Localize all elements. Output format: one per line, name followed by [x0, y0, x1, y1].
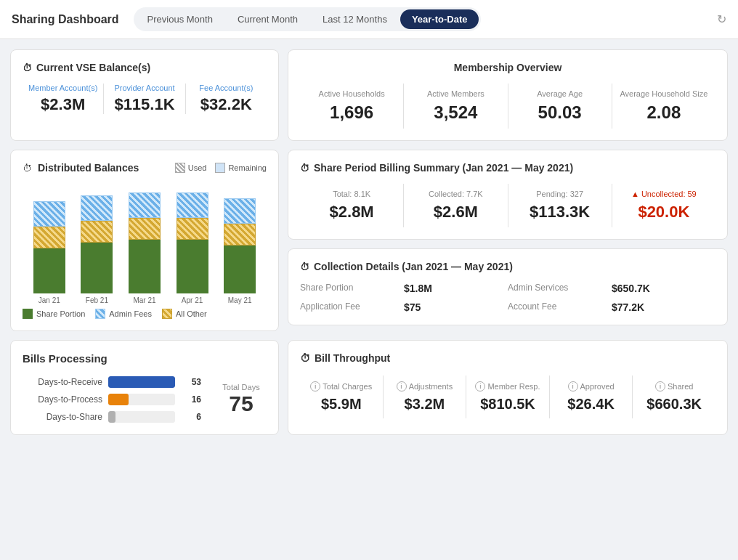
billing-title: ⏱ Share Period Billing Summary (Jan 2021… — [300, 162, 715, 174]
refresh-icon[interactable]: ↻ — [717, 12, 726, 26]
throughput-total-value: $5.9M — [303, 396, 380, 413]
bar-may21: May 21 — [222, 177, 257, 304]
bar-jan21-label: Jan 21 — [38, 296, 60, 304]
throughput-adj-value: $3.2M — [386, 396, 463, 413]
billing-collected-value: $2.6M — [404, 203, 507, 222]
bar-feb21-stack — [81, 177, 113, 293]
collection-card: ⏱ Collection Details (Jan 2021 — May 202… — [288, 248, 728, 325]
billing-pending-value: $113.3K — [508, 203, 612, 222]
bar-jan21-green — [33, 248, 65, 293]
tab-last-12[interactable]: Last 12 Months — [311, 9, 399, 29]
billing-uncollected-value: $20.0K — [612, 203, 715, 222]
vse-member-value: $2.3M — [23, 95, 103, 114]
membership-households: Active Households 1,696 — [300, 84, 404, 129]
throughput-approved-value: $26.4K — [553, 396, 630, 413]
billing-collected: Collected: 7.7K $2.6M — [404, 184, 508, 227]
membership-household-size-value: 2.08 — [612, 102, 715, 123]
bar-mar21: Mar 21 — [127, 177, 162, 304]
billing-pending-label: Pending: 327 — [508, 190, 612, 198]
bar-mar21-green — [129, 240, 161, 293]
col-share-value: $1.8M — [404, 283, 508, 294]
throughput-title: ⏱ Bill Throughput — [300, 352, 715, 364]
throughput-member-label: i Member Resp. — [469, 381, 546, 391]
bills-row-process: Days-to-Process 16 — [23, 394, 201, 405]
bar-apr21: Apr 21 — [175, 177, 210, 304]
bills-row-receive: Days-to-Receive 53 — [23, 376, 201, 388]
membership-card: Membership Overview Active Households 1,… — [288, 49, 728, 141]
legend-share-swatch — [23, 309, 33, 319]
col-account-value: $77.2K — [612, 301, 715, 313]
throughput-shared-value: $660.3K — [636, 396, 713, 413]
bills-process-bar-fill — [108, 394, 129, 405]
vse-fee-account: Fee Account(s) $32.2K — [186, 84, 267, 114]
bills-share-label: Days-to-Share — [23, 412, 102, 422]
vse-provider-value: $115.1K — [104, 95, 184, 114]
bills-process-bar-bg — [108, 394, 175, 405]
membership-members-label: Active Members — [404, 89, 507, 98]
bar-may21-green — [224, 245, 256, 293]
throughput-clock-icon: ⏱ — [300, 352, 310, 364]
bills-title: Bills Processing — [23, 352, 267, 365]
billing-grid: Total: 8.1K $2.8M Collected: 7.7K $2.6M … — [300, 184, 715, 227]
col-admin-value: $650.7K — [612, 283, 715, 294]
membership-avg-age-label: Average Age — [508, 89, 612, 98]
membership-members: Active Members 3,524 — [404, 84, 508, 129]
page-title: Sharing Dashboard — [12, 13, 119, 26]
membership-avg-age: Average Age 50.03 — [508, 84, 612, 129]
membership-households-label: Active Households — [300, 89, 403, 98]
throughput-shared-info-icon: i — [655, 381, 665, 391]
bar-jan21-gold — [33, 227, 65, 248]
membership-household-size: Average Household Size 2.08 — [612, 84, 715, 129]
bills-receive-value: 53 — [181, 377, 201, 387]
chart-legend-other: All Other — [162, 309, 207, 319]
throughput-adjustments: i Adjustments $3.2M — [384, 376, 467, 418]
throughput-total-label: i Total Charges — [303, 381, 380, 391]
throughput-shared-label: i Shared — [636, 381, 713, 391]
vse-fee-label: Fee Account(s) — [186, 84, 267, 92]
billing-total-label: Total: 8.1K — [300, 190, 403, 198]
throughput-adj-info-icon: i — [397, 381, 407, 391]
vse-balances-card: ⏱ Current VSE Balance(s) Member Account(… — [10, 49, 279, 141]
chart-legend: Share Portion Admin Fees All Other — [23, 309, 267, 319]
vse-fee-value: $32.2K — [186, 95, 267, 114]
billing-uncollected-label: ▲ Uncollected: 59 — [612, 190, 715, 198]
billing-total: Total: 8.1K $2.8M — [300, 184, 404, 227]
bar-feb21-gold — [81, 221, 113, 243]
vse-balances-grid: Member Account(s) $2.3M Provider Account… — [23, 84, 267, 114]
bar-mar21-blue — [129, 192, 161, 218]
bills-processing-card: Bills Processing Days-to-Receive 53 Days… — [10, 340, 279, 435]
tab-prev-month[interactable]: Previous Month — [136, 9, 224, 29]
bar-may21-label: May 21 — [228, 296, 252, 304]
dashboard: ⏱ Current VSE Balance(s) Member Account(… — [0, 39, 738, 445]
tab-ytd[interactable]: Year-to-Date — [400, 9, 479, 29]
bills-share-bar-fill — [108, 411, 115, 423]
throughput-shared: i Shared $660.3K — [633, 376, 715, 418]
bills-total-block: Total Days 75 — [216, 383, 267, 416]
chart-legend-share: Share Portion — [23, 309, 85, 319]
membership-title: Membership Overview — [300, 62, 715, 73]
bar-may21-gold — [224, 224, 256, 245]
dist-clock-icon: ⏱ — [23, 163, 32, 174]
legend-used: Used — [175, 163, 207, 173]
membership-grid: Active Households 1,696 Active Members 3… — [300, 84, 715, 129]
tab-curr-month[interactable]: Current Month — [226, 9, 309, 29]
bills-share-value: 6 — [181, 412, 201, 422]
bar-feb21-green — [81, 243, 113, 293]
billing-card: ⏱ Share Period Billing Summary (Jan 2021… — [288, 150, 728, 240]
bar-jan21: Jan 21 — [32, 177, 67, 304]
bar-feb21: Feb 21 — [79, 177, 114, 304]
billing-collected-label: Collected: 7.7K — [404, 190, 507, 198]
bills-receive-bar-fill — [108, 376, 175, 388]
throughput-member-value: $810.5K — [469, 396, 546, 413]
bar-mar21-label: Mar 21 — [133, 296, 155, 304]
bar-apr21-stack — [177, 177, 208, 293]
distributed-card: ⏱ Distributed Balances Used Remaining — [10, 150, 279, 331]
col-app-value: $75 — [404, 301, 508, 313]
throughput-card: ⏱ Bill Throughput i Total Charges $5.9M … — [288, 340, 728, 435]
col-share-label: Share Portion — [300, 283, 404, 294]
dist-legend: Used Remaining — [175, 163, 267, 173]
throughput-member-info-icon: i — [475, 381, 485, 391]
bills-content: Days-to-Receive 53 Days-to-Process 16 — [23, 376, 267, 423]
bar-feb21-blue — [81, 195, 113, 221]
vse-member-label: Member Account(s) — [23, 84, 103, 92]
